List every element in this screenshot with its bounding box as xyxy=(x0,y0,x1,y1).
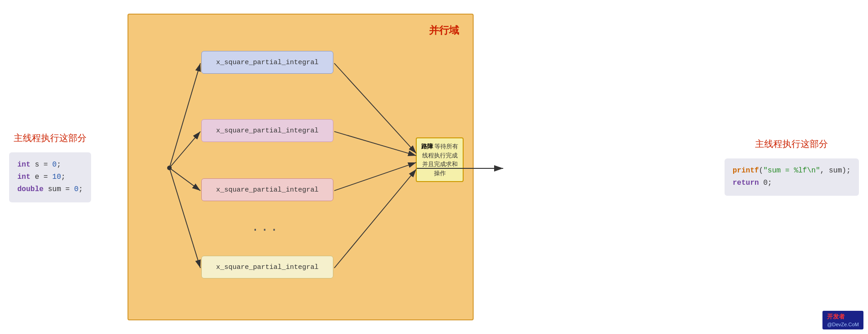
svg-line-1 xyxy=(169,63,200,168)
svg-line-2 xyxy=(169,132,200,168)
parallel-label: 并行域 xyxy=(429,24,459,37)
func-box-3: x_square_partial_integral xyxy=(201,178,333,201)
wm-text2: @DevZe.CoM xyxy=(827,322,859,327)
dots: ··· xyxy=(251,223,280,237)
keyword-int-2: int xyxy=(17,173,31,181)
svg-line-4 xyxy=(169,168,200,268)
func-printf: printf xyxy=(733,167,759,175)
func-box-4: x_square_partial_integral xyxy=(201,256,333,278)
wm-text1: 开发者 xyxy=(827,313,845,320)
code-line-printf: printf("sum = %lf\n", sum); xyxy=(733,165,851,177)
code-end-2: ; xyxy=(61,173,66,181)
code-string-printf: "sum = %lf\n" xyxy=(763,167,820,175)
left-title: 主线程执行这部分 xyxy=(14,132,87,144)
code-line-2: int e = 10; xyxy=(17,171,83,183)
code-text-1: s = xyxy=(31,161,52,169)
right-code-block: printf("sum = %lf\n", sum); return 0; xyxy=(725,158,859,196)
code-line-3: double sum = 0; xyxy=(17,183,83,196)
code-return-val: 0; xyxy=(759,179,772,187)
code-text-2: e = xyxy=(31,173,52,181)
svg-line-7 xyxy=(334,162,416,191)
code-paren-open: ( xyxy=(759,167,763,175)
svg-line-5 xyxy=(334,63,416,153)
code-text-3: sum = xyxy=(44,185,74,193)
watermark: 开发者 @DevZe.CoM xyxy=(822,311,863,329)
func-box-1: x_square_partial_integral xyxy=(201,51,333,74)
keyword-int-1: int xyxy=(17,161,31,169)
code-num-3: 0 xyxy=(74,185,79,193)
barrier-title: 路障 xyxy=(421,143,433,150)
left-section: 主线程执行这部分 int s = 0; int e = 10; double s… xyxy=(9,132,91,202)
svg-line-3 xyxy=(169,168,200,191)
page-container: 主线程执行这部分 int s = 0; int e = 10; double s… xyxy=(0,0,868,334)
code-arg: , sum); xyxy=(820,167,851,175)
left-code-block: int s = 0; int e = 10; double sum = 0; xyxy=(9,152,91,202)
code-line-1: int s = 0; xyxy=(17,159,83,171)
code-end-3: ; xyxy=(78,185,83,193)
svg-line-6 xyxy=(334,132,416,156)
right-title: 主线程执行这部分 xyxy=(755,138,828,150)
svg-line-8 xyxy=(334,169,416,268)
func-box-2: x_square_partial_integral xyxy=(201,119,333,142)
keyword-return: return xyxy=(733,179,759,187)
code-num-2: 10 xyxy=(52,173,61,181)
svg-point-9 xyxy=(167,166,172,170)
barrier-box: 路障 等待所有线程执行完成 并且完成求和操作 xyxy=(416,137,464,182)
diagram-area: 并行域 x_square_partial_integral x_square_p… xyxy=(128,14,474,320)
right-section: 主线程执行这部分 printf("sum = %lf\n", sum); ret… xyxy=(725,138,859,196)
code-end-1: ; xyxy=(56,161,61,169)
code-num-1: 0 xyxy=(52,161,57,169)
keyword-double: double xyxy=(17,185,44,193)
code-line-return: return 0; xyxy=(733,177,851,190)
